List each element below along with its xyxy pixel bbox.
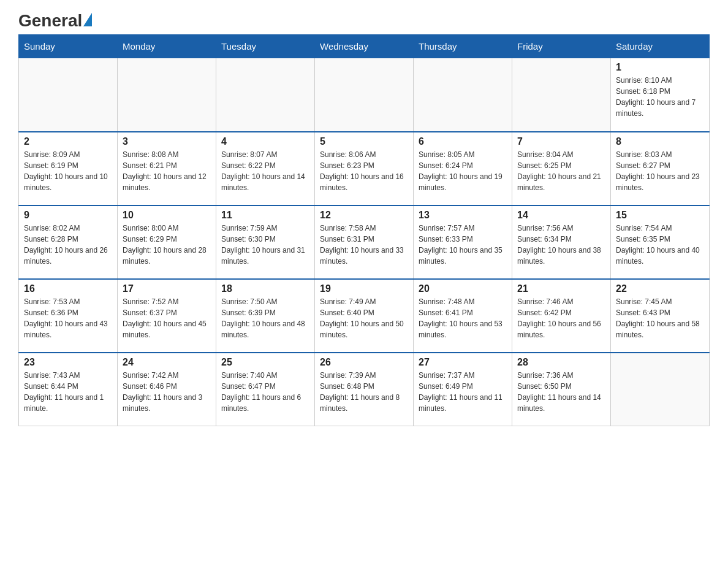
day-number: 16 <box>24 283 112 294</box>
day-number: 14 <box>517 210 605 221</box>
day-info: Sunrise: 8:04 AMSunset: 6:25 PMDaylight:… <box>517 149 605 193</box>
weekday-header: Sunday <box>19 35 118 58</box>
day-info: Sunrise: 8:10 AMSunset: 6:18 PMDaylight:… <box>616 75 704 119</box>
calendar-cell: 18Sunrise: 7:50 AMSunset: 6:39 PMDayligh… <box>216 279 315 353</box>
day-number: 21 <box>517 283 605 294</box>
calendar-cell: 11Sunrise: 7:59 AMSunset: 6:30 PMDayligh… <box>216 205 315 279</box>
day-info: Sunrise: 7:45 AMSunset: 6:43 PMDaylight:… <box>616 296 704 340</box>
day-info: Sunrise: 7:58 AMSunset: 6:31 PMDaylight:… <box>320 223 408 267</box>
day-info: Sunrise: 7:49 AMSunset: 6:40 PMDaylight:… <box>320 296 408 340</box>
day-number: 6 <box>419 136 507 147</box>
calendar-cell <box>315 58 414 132</box>
logo: General <box>18 12 92 28</box>
day-number: 4 <box>221 136 309 147</box>
calendar-week-row: 2Sunrise: 8:09 AMSunset: 6:19 PMDaylight… <box>19 132 710 205</box>
calendar-cell: 12Sunrise: 7:58 AMSunset: 6:31 PMDayligh… <box>315 205 414 279</box>
day-info: Sunrise: 7:46 AMSunset: 6:42 PMDaylight:… <box>517 296 605 340</box>
day-info: Sunrise: 7:56 AMSunset: 6:34 PMDaylight:… <box>517 223 605 267</box>
day-number: 24 <box>123 357 211 368</box>
day-number: 17 <box>123 283 211 294</box>
day-number: 28 <box>517 357 605 368</box>
day-number: 10 <box>123 210 211 221</box>
calendar-cell: 17Sunrise: 7:52 AMSunset: 6:37 PMDayligh… <box>118 279 216 353</box>
day-info: Sunrise: 8:03 AMSunset: 6:27 PMDaylight:… <box>616 149 704 193</box>
day-number: 27 <box>419 357 507 368</box>
calendar-cell <box>19 58 118 132</box>
calendar-table: SundayMondayTuesdayWednesdayThursdayFrid… <box>18 34 710 426</box>
day-number: 8 <box>616 136 704 147</box>
calendar-cell: 13Sunrise: 7:57 AMSunset: 6:33 PMDayligh… <box>414 205 512 279</box>
day-number: 20 <box>419 283 507 294</box>
day-info: Sunrise: 8:09 AMSunset: 6:19 PMDaylight:… <box>24 149 112 193</box>
day-info: Sunrise: 7:52 AMSunset: 6:37 PMDaylight:… <box>123 296 211 340</box>
calendar-cell: 27Sunrise: 7:37 AMSunset: 6:49 PMDayligh… <box>414 353 512 426</box>
logo-triangle-icon <box>83 13 92 26</box>
calendar-cell: 10Sunrise: 8:00 AMSunset: 6:29 PMDayligh… <box>118 205 216 279</box>
logo-general: General <box>18 12 92 29</box>
calendar-cell <box>512 58 611 132</box>
calendar-cell <box>118 58 216 132</box>
weekday-header: Thursday <box>414 35 512 58</box>
day-info: Sunrise: 7:54 AMSunset: 6:35 PMDaylight:… <box>616 223 704 267</box>
calendar-cell: 6Sunrise: 8:05 AMSunset: 6:24 PMDaylight… <box>414 132 512 205</box>
calendar-cell: 25Sunrise: 7:40 AMSunset: 6:47 PMDayligh… <box>216 353 315 426</box>
day-number: 11 <box>221 210 309 221</box>
day-number: 22 <box>616 283 704 294</box>
calendar-cell <box>414 58 512 132</box>
day-info: Sunrise: 8:07 AMSunset: 6:22 PMDaylight:… <box>221 149 309 193</box>
calendar-cell: 2Sunrise: 8:09 AMSunset: 6:19 PMDaylight… <box>19 132 118 205</box>
calendar-cell: 20Sunrise: 7:48 AMSunset: 6:41 PMDayligh… <box>414 279 512 353</box>
day-number: 7 <box>517 136 605 147</box>
day-info: Sunrise: 7:59 AMSunset: 6:30 PMDaylight:… <box>221 223 309 267</box>
day-number: 25 <box>221 357 309 368</box>
calendar-week-row: 1Sunrise: 8:10 AMSunset: 6:18 PMDaylight… <box>19 58 710 132</box>
calendar-cell <box>216 58 315 132</box>
calendar-cell: 16Sunrise: 7:53 AMSunset: 6:36 PMDayligh… <box>19 279 118 353</box>
weekday-header-row: SundayMondayTuesdayWednesdayThursdayFrid… <box>19 35 710 58</box>
day-number: 2 <box>24 136 112 147</box>
calendar-cell: 26Sunrise: 7:39 AMSunset: 6:48 PMDayligh… <box>315 353 414 426</box>
calendar-cell: 19Sunrise: 7:49 AMSunset: 6:40 PMDayligh… <box>315 279 414 353</box>
day-number: 13 <box>419 210 507 221</box>
calendar-cell: 1Sunrise: 8:10 AMSunset: 6:18 PMDaylight… <box>611 58 710 132</box>
calendar-week-row: 16Sunrise: 7:53 AMSunset: 6:36 PMDayligh… <box>19 279 710 353</box>
weekday-header: Monday <box>118 35 216 58</box>
day-info: Sunrise: 7:53 AMSunset: 6:36 PMDaylight:… <box>24 296 112 340</box>
calendar-cell: 9Sunrise: 8:02 AMSunset: 6:28 PMDaylight… <box>19 205 118 279</box>
calendar-cell: 23Sunrise: 7:43 AMSunset: 6:44 PMDayligh… <box>19 353 118 426</box>
calendar-cell: 15Sunrise: 7:54 AMSunset: 6:35 PMDayligh… <box>611 205 710 279</box>
day-info: Sunrise: 7:50 AMSunset: 6:39 PMDaylight:… <box>221 296 309 340</box>
day-info: Sunrise: 7:42 AMSunset: 6:46 PMDaylight:… <box>123 370 211 414</box>
day-number: 12 <box>320 210 408 221</box>
calendar-cell: 22Sunrise: 7:45 AMSunset: 6:43 PMDayligh… <box>611 279 710 353</box>
calendar-cell: 3Sunrise: 8:08 AMSunset: 6:21 PMDaylight… <box>118 132 216 205</box>
day-info: Sunrise: 8:02 AMSunset: 6:28 PMDaylight:… <box>24 223 112 267</box>
calendar-cell: 21Sunrise: 7:46 AMSunset: 6:42 PMDayligh… <box>512 279 611 353</box>
calendar-cell: 4Sunrise: 8:07 AMSunset: 6:22 PMDaylight… <box>216 132 315 205</box>
calendar-cell: 24Sunrise: 7:42 AMSunset: 6:46 PMDayligh… <box>118 353 216 426</box>
day-number: 1 <box>616 62 704 73</box>
day-number: 26 <box>320 357 408 368</box>
weekday-header: Friday <box>512 35 611 58</box>
day-number: 23 <box>24 357 112 368</box>
day-info: Sunrise: 7:40 AMSunset: 6:47 PMDaylight:… <box>221 370 309 414</box>
page-header: General <box>18 12 710 28</box>
day-info: Sunrise: 8:06 AMSunset: 6:23 PMDaylight:… <box>320 149 408 193</box>
calendar-week-row: 23Sunrise: 7:43 AMSunset: 6:44 PMDayligh… <box>19 353 710 426</box>
weekday-header: Tuesday <box>216 35 315 58</box>
day-info: Sunrise: 8:08 AMSunset: 6:21 PMDaylight:… <box>123 149 211 193</box>
day-number: 9 <box>24 210 112 221</box>
calendar-cell: 8Sunrise: 8:03 AMSunset: 6:27 PMDaylight… <box>611 132 710 205</box>
weekday-header: Wednesday <box>315 35 414 58</box>
day-number: 15 <box>616 210 704 221</box>
calendar-week-row: 9Sunrise: 8:02 AMSunset: 6:28 PMDaylight… <box>19 205 710 279</box>
calendar-cell: 7Sunrise: 8:04 AMSunset: 6:25 PMDaylight… <box>512 132 611 205</box>
day-info: Sunrise: 8:00 AMSunset: 6:29 PMDaylight:… <box>123 223 211 267</box>
calendar-cell: 5Sunrise: 8:06 AMSunset: 6:23 PMDaylight… <box>315 132 414 205</box>
day-info: Sunrise: 8:05 AMSunset: 6:24 PMDaylight:… <box>419 149 507 193</box>
weekday-header: Saturday <box>611 35 710 58</box>
day-number: 5 <box>320 136 408 147</box>
calendar-cell: 14Sunrise: 7:56 AMSunset: 6:34 PMDayligh… <box>512 205 611 279</box>
calendar-cell: 28Sunrise: 7:36 AMSunset: 6:50 PMDayligh… <box>512 353 611 426</box>
day-number: 18 <box>221 283 309 294</box>
